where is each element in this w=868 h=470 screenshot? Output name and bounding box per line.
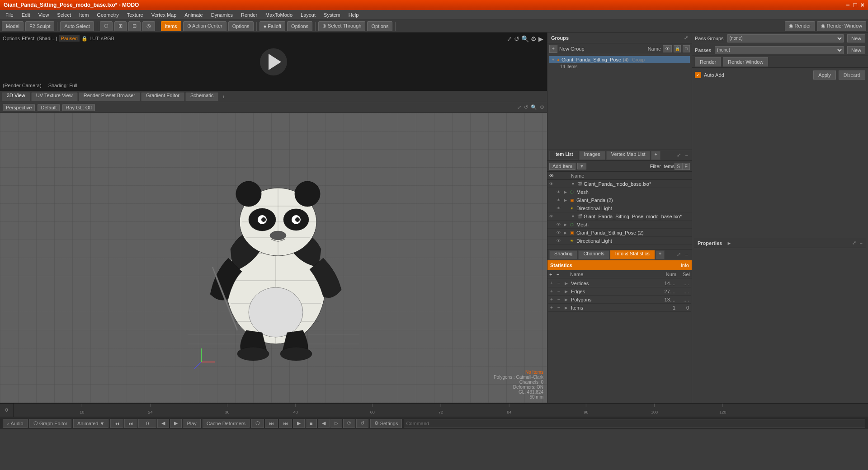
iltab-add[interactable]: + (651, 151, 660, 160)
select-through-btn[interactable]: ⊕ Select Through (318, 21, 365, 31)
item-eye-g2[interactable]: 👁 (557, 230, 564, 235)
new-group-label[interactable]: New Group (559, 46, 585, 52)
menu-help[interactable]: Help (345, 11, 363, 19)
item-eye-g1[interactable]: 👁 (557, 198, 564, 202)
stat-edge-minus[interactable]: − (557, 289, 565, 294)
tool-2-btn[interactable]: ⊞ (114, 21, 127, 31)
anim-expand-icon[interactable]: ▶ (538, 35, 543, 42)
stat-items-plus[interactable]: + (550, 305, 557, 310)
menu-layout[interactable]: Layout (297, 11, 319, 19)
groups-vis-col[interactable]: □ (683, 45, 690, 52)
menu-vertex-map[interactable]: Vertex Map (148, 11, 180, 19)
falloff-btn[interactable]: ● Falloff (259, 21, 285, 31)
tool-1-btn[interactable]: ⬡ (100, 21, 113, 31)
action-options-btn[interactable]: Options (228, 21, 254, 31)
stab-add[interactable]: + (656, 250, 665, 259)
stat-vertices[interactable]: + − ▶ Vertices 14.... .... (548, 279, 691, 287)
item-scene-1[interactable]: 👁 ▼ 🎬 Giant_Panda_modo_base.lxo* (547, 180, 692, 188)
extra-6[interactable]: ◀ (318, 419, 330, 428)
iltab-images[interactable]: Images (579, 151, 605, 160)
render-action-btn[interactable]: Render (695, 57, 721, 66)
add-item-dropdown[interactable]: ▼ (577, 163, 586, 169)
stab-channels[interactable]: Channels (578, 250, 609, 259)
item-expand-g1[interactable]: ▶ (564, 198, 570, 202)
groups-lock-col[interactable]: 🔒 (674, 45, 681, 52)
vp-zoom-icon[interactable]: 🔍 (531, 104, 537, 110)
anim-zoom-icon[interactable]: 🔍 (521, 35, 529, 42)
extra-9[interactable]: ↺ (356, 419, 368, 428)
item-eye-m2[interactable]: 👁 (557, 222, 564, 227)
passes-select[interactable]: (none) (715, 46, 844, 54)
prev-keyframe-btn[interactable]: ⏮ (110, 419, 123, 428)
animated-btn[interactable]: Animated ▼ (73, 419, 108, 428)
item-mesh-1[interactable]: 👁 ▶ ⬡ Mesh (547, 188, 692, 196)
items-btn[interactable]: Items (161, 21, 181, 31)
item-expand-g2[interactable]: ▶ (564, 230, 570, 235)
select-options-btn[interactable]: Options (367, 21, 392, 31)
vp-fullscreen-icon[interactable]: ⤢ (517, 104, 521, 110)
menu-texture[interactable]: Texture (123, 11, 147, 19)
menu-edit[interactable]: Edit (18, 11, 34, 19)
item-expand-m2[interactable]: ▶ (564, 222, 570, 227)
menu-file[interactable]: File (2, 11, 17, 19)
stat-polygons[interactable]: + − ▶ Polygons 13.... .... (548, 296, 691, 304)
extra-5[interactable]: ■ (306, 419, 317, 428)
menu-view[interactable]: View (35, 11, 53, 19)
tool-3-btn[interactable]: ⊡ (128, 21, 141, 31)
extra-7[interactable]: ▷ (330, 419, 342, 428)
groups-eye-col[interactable]: 👁 (663, 45, 672, 52)
item-group-1[interactable]: 👁 ▶ ▣ Giant_Panda (2) (547, 196, 692, 204)
groups-expand-icon[interactable]: ⤢ (684, 35, 688, 41)
vp-perspective[interactable]: Perspective (3, 104, 35, 111)
anim-fullscreen-icon[interactable]: ⤢ (507, 35, 512, 42)
play-prev-btn[interactable]: ◀ (157, 419, 169, 428)
stat-poly-plus[interactable]: + (550, 297, 557, 302)
stat-poly-arrow[interactable]: ▶ (565, 297, 571, 302)
anim-settings-icon[interactable]: ⚙ (531, 35, 537, 42)
command-input[interactable] (404, 419, 865, 428)
iltab-vertex-map[interactable]: Vertex Map List (606, 151, 651, 160)
item-list-expand-icon[interactable]: ⤢ (675, 152, 683, 158)
stat-edges[interactable]: + − ▶ Edges 27.... .... (548, 287, 691, 296)
stat-edge-plus[interactable]: + (550, 289, 557, 294)
tab-3d-view[interactable]: 3D View (2, 92, 30, 101)
vp-reset-icon[interactable]: ↺ (524, 104, 528, 110)
tab-add[interactable]: + (219, 94, 227, 99)
extra-3[interactable]: ⏮ (279, 419, 292, 428)
item-eye-l2[interactable]: 👁 (557, 239, 564, 243)
maximize-btn[interactable]: □ (853, 1, 857, 9)
stat-items[interactable]: + − ▶ Items 1 0 (548, 304, 691, 312)
anim-reset-icon[interactable]: ↺ (514, 35, 519, 42)
properties-panel-collapse[interactable]: − (860, 240, 863, 246)
stat-items-arrow[interactable]: ▶ (565, 306, 571, 310)
item-group-2[interactable]: 👁 ▶ ▣ Giant_Panda_Sitting_Pose (2) (547, 229, 692, 237)
render-window-action-btn[interactable]: Render Window (723, 57, 768, 66)
menu-dynamics[interactable]: Dynamics (208, 11, 236, 19)
item-list-collapse-icon[interactable]: − (684, 153, 690, 158)
stab-info-stats[interactable]: Info & Statistics (610, 250, 655, 259)
pass-groups-new-btn[interactable]: New (847, 34, 865, 42)
item-expand-2[interactable]: ▼ (571, 214, 577, 219)
item-light-1[interactable]: 👁 ☀ Directional Light (547, 204, 692, 212)
item-scene-2[interactable]: 👁 ▼ 🎬 Giant_Panda_Sitting_Pose_modo_base… (547, 212, 692, 221)
discard-btn[interactable]: Discard (839, 70, 865, 80)
render-window-btn[interactable]: ◉ Render Window (817, 21, 866, 31)
settings-btn[interactable]: ⚙ Settings (370, 419, 402, 428)
apply-btn[interactable]: Apply (813, 70, 836, 80)
menu-select[interactable]: Select (53, 11, 75, 19)
play-next-btn[interactable]: ▶ (170, 419, 182, 428)
passes-new-btn[interactable]: New (847, 46, 865, 54)
item-eye-l1[interactable]: 👁 (557, 206, 564, 211)
iltab-item-list[interactable]: Item List (549, 151, 578, 160)
action-center-btn[interactable]: ⊕ Action Center (183, 21, 226, 31)
model-btn[interactable]: Model (2, 21, 24, 31)
properties-expand-icon[interactable]: ► (726, 240, 731, 246)
extra-1[interactable]: ⬡ (251, 419, 264, 428)
minimize-btn[interactable]: − (846, 1, 849, 9)
extra-4[interactable]: ▶ (293, 419, 305, 428)
vp-settings-icon[interactable]: ⚙ (540, 104, 544, 110)
stats-expand-icon[interactable]: ⤢ (675, 252, 683, 258)
tool-4-btn[interactable]: ◎ (142, 21, 155, 31)
group-item-panda[interactable]: ▼ ● Giant_Panda_Sitting_Pose (4) Group (549, 56, 690, 63)
menu-geometry[interactable]: Geometry (93, 11, 122, 19)
